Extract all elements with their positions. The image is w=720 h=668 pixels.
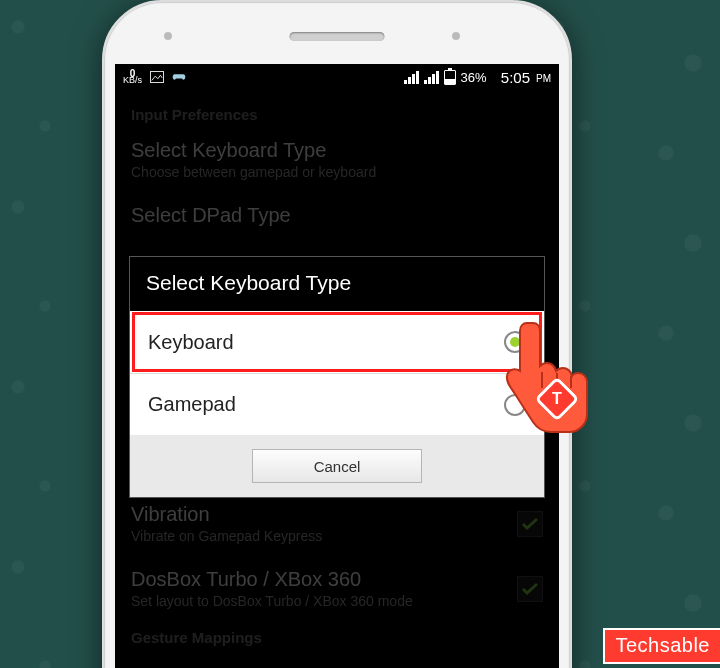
- checkbox-checked-icon[interactable]: [517, 511, 543, 537]
- setting-dpad-type[interactable]: Select DPad Type: [115, 192, 559, 229]
- clock-time: 5:05: [501, 69, 530, 86]
- setting-keyboard-type[interactable]: Select Keyboard Type Choose between game…: [115, 127, 559, 192]
- checkbox-checked-icon[interactable]: [517, 576, 543, 602]
- watermark-techsable: Techsable: [603, 628, 720, 664]
- setting-subtitle: Vibrate on Gamepad Keypress: [131, 528, 517, 544]
- camera-dot: [452, 32, 460, 40]
- setting-vibration[interactable]: Vibration Vibrate on Gamepad Keypress: [115, 491, 559, 556]
- picture-icon: [150, 71, 164, 83]
- network-speed-indicator: 0 KB/s: [123, 70, 142, 84]
- setting-title: Vibration: [131, 503, 517, 526]
- kbs-unit: KB/s: [123, 77, 142, 84]
- select-keyboard-dialog: Select Keyboard Type Keyboard Gamepad Ca…: [129, 256, 545, 498]
- setting-title: Select DPad Type: [131, 204, 543, 227]
- setting-dosbox[interactable]: DosBox Turbo / XBox 360 Set layout to Do…: [115, 556, 559, 621]
- dialog-title: Select Keyboard Type: [130, 257, 544, 311]
- radio-selected-icon[interactable]: [504, 331, 526, 353]
- clock-period: PM: [536, 73, 551, 84]
- dialog-options: Keyboard Gamepad: [130, 311, 544, 435]
- setting-subtitle: Choose between gamepad or keyboard: [131, 164, 543, 180]
- signal-icon-2: [424, 71, 439, 84]
- option-keyboard[interactable]: Keyboard: [130, 311, 544, 373]
- setting-title: DosBox Turbo / XBox 360: [131, 568, 517, 591]
- section-header-input-prefs: Input Preferences: [115, 90, 559, 127]
- gamepad-icon: [172, 71, 186, 83]
- option-gamepad[interactable]: Gamepad: [130, 373, 544, 435]
- battery-icon: [444, 70, 456, 85]
- sensor-dot: [164, 32, 172, 40]
- dialog-footer: Cancel: [130, 435, 544, 497]
- radio-unselected-icon[interactable]: [504, 394, 526, 416]
- cancel-button[interactable]: Cancel: [252, 449, 422, 483]
- setting-title: Select Keyboard Type: [131, 139, 543, 162]
- option-label: Gamepad: [148, 393, 504, 416]
- battery-percent: 36%: [461, 70, 487, 85]
- phone-screen: 0 KB/s 36% 5:05 PM: [115, 64, 559, 668]
- option-label: Keyboard: [148, 331, 504, 354]
- signal-icon: [404, 71, 419, 84]
- section-header-gesture: Gesture Mappings: [115, 621, 559, 650]
- phone-top-bezel: [104, 2, 570, 64]
- phone-frame: 0 KB/s 36% 5:05 PM: [102, 0, 572, 668]
- status-bar: 0 KB/s 36% 5:05 PM: [115, 64, 559, 90]
- phone-speaker: [290, 32, 385, 41]
- setting-subtitle: Set layout to DosBox Turbo / XBox 360 mo…: [131, 593, 517, 609]
